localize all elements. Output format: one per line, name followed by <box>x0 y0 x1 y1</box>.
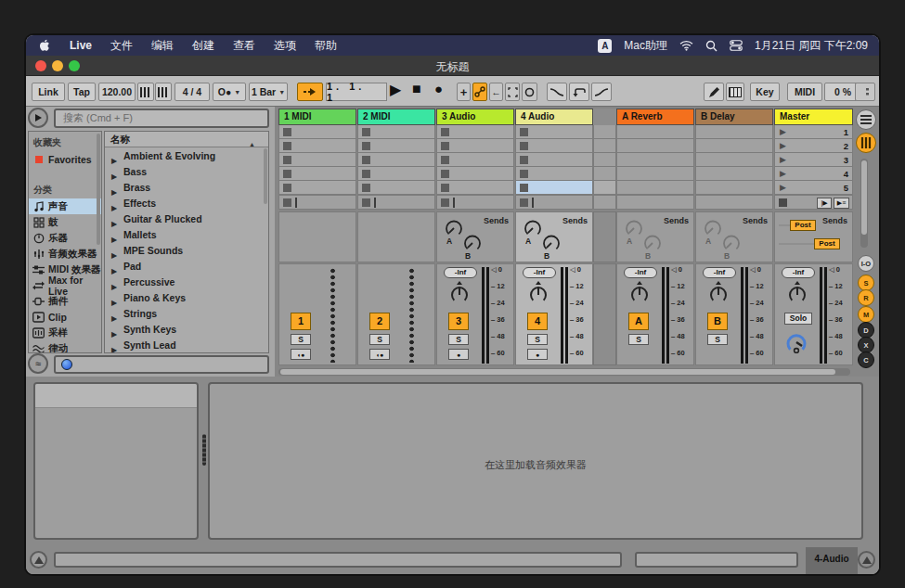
apple-icon[interactable] <box>39 39 51 52</box>
mixer-section-toggle-i-o[interactable]: I-O <box>858 255 874 272</box>
scene-launch-slot[interactable]: ▶2 <box>774 139 853 153</box>
arrangement-position-display[interactable]: 1. 1. 1 <box>326 83 387 101</box>
back-to-arrangement-button[interactable]: ← <box>489 83 503 101</box>
scene-launch-slot[interactable]: ▶3 <box>774 153 853 167</box>
groove-pool-button[interactable]: ≈ <box>28 353 48 374</box>
return-slot[interactable] <box>616 153 694 167</box>
clip-slot[interactable] <box>357 167 435 181</box>
scene-launch-slot[interactable]: ▶1 <box>774 125 853 139</box>
mixer-section-toggle-r[interactable]: R <box>858 289 874 306</box>
volume-readout[interactable]: -Inf <box>523 267 556 278</box>
scene-launch-slot[interactable]: ▶5 <box>774 181 853 195</box>
detail-split-handle[interactable] <box>202 434 206 466</box>
list-item[interactable]: ▶Effects <box>105 196 268 211</box>
menu-assistant[interactable]: Mac助理 <box>624 38 667 54</box>
return-slot[interactable] <box>695 139 773 153</box>
list-item[interactable]: ▶Brass <box>105 180 268 196</box>
sidebar-item-plugin[interactable]: 插件 <box>29 293 101 309</box>
list-item[interactable]: ▶Percussive <box>105 275 268 290</box>
loop-switch-button[interactable] <box>522 83 537 101</box>
sidebar-item-groove[interactable]: 律动 <box>29 340 101 353</box>
sidebar-item-clip[interactable]: Clip <box>29 309 101 325</box>
metronome-button[interactable]: O●▼ <box>213 83 246 101</box>
solo-button[interactable]: S <box>291 334 311 345</box>
computer-midi-keyboard-button[interactable] <box>726 83 744 101</box>
browser-collapse-button[interactable] <box>28 108 48 128</box>
list-item[interactable]: ▶Synth Keys <box>105 322 268 338</box>
menu-live[interactable]: Live <box>70 39 92 52</box>
menu-help[interactable]: 帮助 <box>315 38 337 54</box>
clip-slot[interactable] <box>515 139 593 153</box>
sidebar-item-sample[interactable]: 采样 <box>29 325 101 340</box>
list-item[interactable]: ▶Piano & Keys <box>105 290 268 306</box>
track-activator-button[interactable]: 3 <box>448 313 469 330</box>
stop-all-row[interactable] <box>357 195 435 210</box>
clip-slot[interactable] <box>515 181 593 195</box>
sidebar-item-instrument[interactable]: 乐器 <box>29 230 101 246</box>
clip-slot[interactable] <box>515 125 593 139</box>
stop-all-row[interactable] <box>515 195 593 210</box>
stop-button[interactable]: ■ <box>412 81 421 97</box>
sidebar-scrollbar[interactable] <box>97 134 100 245</box>
master-header[interactable]: Master <box>774 109 853 125</box>
solo-button[interactable]: S <box>527 334 548 345</box>
return-slot[interactable] <box>695 153 773 167</box>
arm-button[interactable]: ◖● <box>369 349 390 360</box>
mixer-section-toggle-c[interactable]: C <box>858 352 874 368</box>
list-item[interactable]: ▶Guitar & Plucked <box>105 211 268 227</box>
sidebar-item-notes[interactable]: 声音 <box>29 198 101 214</box>
scene-view-toggle[interactable] <box>856 109 876 130</box>
clip-slot[interactable] <box>278 153 356 167</box>
time-signature-field[interactable]: 4 / 4 <box>175 83 210 101</box>
clip-slot[interactable] <box>278 139 356 153</box>
clip-slot[interactable] <box>436 167 514 181</box>
list-item[interactable]: ▶Bass <box>105 164 268 180</box>
post-toggle-a[interactable]: Post <box>790 220 816 231</box>
quantize-menu[interactable]: 1 Bar▼ <box>249 83 288 101</box>
re-enable-automation-button[interactable] <box>505 83 520 101</box>
return-header-b[interactable]: B Delay <box>695 109 773 125</box>
stop-all-row[interactable] <box>695 195 773 210</box>
track-header-3-audio[interactable]: 3 Audio <box>436 109 514 125</box>
menu-create[interactable]: 创建 <box>192 38 214 54</box>
tempo-field[interactable]: 120.00 <box>98 83 136 101</box>
list-scrollbar[interactable] <box>264 148 267 204</box>
solo-button[interactable]: S <box>448 334 469 345</box>
clip-slot[interactable] <box>278 167 356 181</box>
nudge-down-button[interactable] <box>137 83 154 101</box>
cue-volume-knob[interactable] <box>784 331 808 357</box>
draw-mode-button[interactable] <box>704 83 724 101</box>
volume-readout[interactable]: -Inf <box>624 267 657 278</box>
solo-button[interactable]: S <box>369 334 390 345</box>
list-item[interactable]: ▶Pad <box>105 259 268 275</box>
collection-item-favorites[interactable]: Favorites <box>29 151 101 167</box>
clip-slot[interactable] <box>278 125 356 139</box>
return-slot[interactable] <box>695 181 773 195</box>
return-slot[interactable] <box>616 167 694 181</box>
list-item[interactable]: ▶Strings <box>105 306 268 322</box>
stop-all-row[interactable] <box>278 195 356 210</box>
loop-view-button[interactable] <box>569 83 589 101</box>
scene-launch-slot[interactable]: ▶4 <box>774 167 853 181</box>
clip-slot[interactable] <box>278 181 356 195</box>
volume-readout[interactable]: -Inf <box>782 267 815 278</box>
menu-options[interactable]: 选项 <box>274 38 296 54</box>
track-activator-button[interactable]: 2 <box>369 313 390 330</box>
midi-map-button[interactable]: MIDI <box>787 83 822 101</box>
list-item[interactable]: ▶Ambient & Evolving <box>105 148 268 164</box>
volume-readout[interactable]: -Inf <box>444 267 477 278</box>
clip-slot[interactable] <box>436 125 514 139</box>
arm-button[interactable]: ◖● <box>291 349 311 360</box>
session-v-scrollbar[interactable] <box>860 159 868 248</box>
clip-slot[interactable] <box>357 125 435 139</box>
pan-knob[interactable] <box>705 280 731 310</box>
post-toggle-b[interactable]: Post <box>814 238 840 249</box>
scene-play-mini-button[interactable]: ▶≡ <box>834 198 849 209</box>
return-slot[interactable] <box>695 125 773 139</box>
clip-slot[interactable] <box>436 181 514 195</box>
play-button[interactable]: ▶ <box>390 81 401 98</box>
solo-button[interactable]: S <box>707 334 728 345</box>
track-header-2-midi[interactable]: 2 MIDI <box>357 109 435 125</box>
menubar-clock[interactable]: 1月21日 周四 下午2:09 <box>755 38 868 54</box>
scrollbar-thumb[interactable] <box>280 369 835 375</box>
